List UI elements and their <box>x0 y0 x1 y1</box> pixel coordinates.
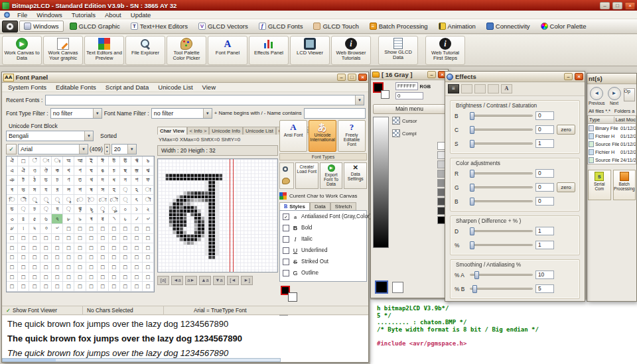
char-nav-button[interactable]: ▲a <box>199 276 211 285</box>
slider-track-s[interactable] <box>470 143 533 145</box>
fp-menu-unicode-list[interactable]: Unicode List <box>153 84 197 91</box>
char-cell[interactable]: □ <box>74 234 86 244</box>
work-canvas-your-graphic-button[interactable]: Work Canvas Your graphic <box>43 36 83 65</box>
slider-thumb[interactable] <box>470 227 474 235</box>
char-cell[interactable]: □ <box>63 224 74 234</box>
unicode-international-button[interactable]: あ Unicode International <box>309 120 336 152</box>
char-cell[interactable]: ে <box>74 195 86 205</box>
char-cell[interactable]: ৠ <box>74 205 86 215</box>
style-row-outline[interactable]: GOutline <box>280 267 366 278</box>
slider-value[interactable]: 0 <box>535 197 554 206</box>
style-tab-styles[interactable]: BStyles <box>279 202 310 210</box>
char-cell[interactable]: গ <box>74 166 86 176</box>
slider-track-b[interactable] <box>470 288 533 290</box>
char-cell[interactable]: ঞ <box>7 176 18 186</box>
lcd-viewer-button[interactable]: LCD Viewer <box>290 36 330 65</box>
char-cell[interactable]: ় <box>40 205 52 215</box>
char-nav-button[interactable]: ◄a <box>171 276 183 285</box>
char-cell[interactable]: □ <box>29 234 40 244</box>
char-cell[interactable]: ৭ <box>52 214 63 224</box>
name-filter-input[interactable] <box>304 108 366 119</box>
char-cell[interactable]: ই <box>86 156 98 166</box>
char-cell[interactable]: ্ <box>120 195 131 205</box>
char-cell[interactable]: □ <box>63 243 74 253</box>
char-cell[interactable]: □ <box>40 253 52 263</box>
tab-animation[interactable]: Animation <box>434 21 480 32</box>
slider-thumb[interactable] <box>470 140 474 148</box>
char-cell[interactable]: □ <box>120 282 131 292</box>
ansi-font-button[interactable]: A Ansi Font <box>279 120 307 152</box>
tab-glcd-vectors[interactable]: VGLCD Vectors <box>194 21 253 32</box>
char-cell[interactable]: □ <box>74 224 86 234</box>
open-button[interactable]: Op <box>624 88 636 101</box>
char-cell[interactable]: □ <box>40 243 52 253</box>
font-check-button[interactable]: ✓ <box>6 144 17 154</box>
char-cell[interactable]: ঃ <box>52 156 63 166</box>
char-cell[interactable]: □ <box>143 243 154 253</box>
char-cell[interactable]: □ <box>40 234 52 244</box>
tab-glcd-touch[interactable]: GLCD Touch <box>309 21 363 32</box>
char-cell[interactable]: □ <box>74 253 86 263</box>
char-cell[interactable]: র <box>52 186 63 196</box>
checkbox[interactable] <box>283 236 289 243</box>
char-cell[interactable]: □ <box>18 234 29 244</box>
char-cell[interactable]: □ <box>63 263 74 273</box>
code-area[interactable]: h bitmap2LCD V3.9b*/5 */......... : chat… <box>370 300 637 364</box>
char-cell[interactable]: □ <box>98 282 109 292</box>
chevron-down-icon[interactable]: ▼ <box>203 109 212 118</box>
char-cell[interactable]: □ <box>86 273 98 282</box>
char-cell[interactable]: ছ <box>120 166 131 176</box>
char-cell[interactable]: ঙ <box>98 166 109 176</box>
char-cell[interactable]: ব <box>7 186 18 196</box>
char-cell[interactable]: □ <box>98 253 109 263</box>
char-cell[interactable]: □ <box>29 282 40 292</box>
file-row[interactable]: Source File24/11/2 <box>588 156 636 164</box>
char-cell[interactable]: ৷ <box>18 224 29 234</box>
tab-glcd-graphic[interactable]: GLCD Graphic <box>65 21 125 32</box>
char-cell[interactable]: প <box>131 176 143 186</box>
char-cell[interactable]: □ <box>120 234 131 244</box>
char-cell[interactable]: ৸ <box>29 224 40 234</box>
char-tab-char-view[interactable]: Char View <box>157 127 187 135</box>
effects-titlebar[interactable]: Effects – × <box>445 72 585 82</box>
char-cell[interactable]: □ <box>98 243 109 253</box>
slider-track-b[interactable] <box>470 115 533 117</box>
checkbox[interactable] <box>283 225 289 231</box>
char-cell[interactable]: □ <box>98 273 109 282</box>
char-cell[interactable]: ৱ <box>98 214 109 224</box>
char-cell[interactable]: □ <box>109 243 120 253</box>
char-cell[interactable]: □ <box>98 234 109 244</box>
char-cell[interactable]: ঊ <box>120 156 131 166</box>
char-cell[interactable]: □ <box>109 273 120 282</box>
tab-connectivity[interactable]: Connectivity <box>482 21 535 32</box>
checkbox[interactable] <box>283 270 289 276</box>
char-cell[interactable]: □ <box>143 282 154 292</box>
char-cell[interactable]: □ <box>86 234 98 244</box>
fp-menu-view[interactable]: View <box>198 84 220 91</box>
char-cell[interactable]: ও <box>29 166 40 176</box>
char-cell[interactable]: ঠ <box>29 176 40 186</box>
slider-track-r[interactable] <box>470 172 533 174</box>
char-cell[interactable]: ৈ <box>86 195 98 205</box>
char-cell[interactable]: থ <box>86 176 98 186</box>
char-cell[interactable]: □ <box>52 243 63 253</box>
char-cell[interactable]: ন <box>120 176 131 186</box>
char-nav-button[interactable]: [a] <box>157 276 169 285</box>
slider-track-[interactable] <box>470 244 533 246</box>
char-cell[interactable]: ি <box>7 195 18 205</box>
char-cell[interactable]: □ <box>131 234 143 244</box>
char-cell[interactable]: □ <box>63 273 74 282</box>
font-size-combobox[interactable]: 20▼ <box>111 144 137 154</box>
fg-bg-color-picker[interactable] <box>373 82 393 102</box>
fp-menu-script-and-data[interactable]: Script and Data <box>101 84 153 91</box>
char-cell[interactable]: □ <box>40 273 52 282</box>
char-cell[interactable]: ঐ <box>7 156 18 166</box>
app-titlebar[interactable]: Bitmap2LCD - Standard Edition V3.9b - SN… <box>0 0 637 11</box>
menu-about[interactable]: About <box>100 11 126 19</box>
tab-text-hex-editors[interactable]: TText+Hex Editors <box>126 21 192 32</box>
char-cell[interactable]: া <box>143 186 154 196</box>
char-cell[interactable]: ৲ <box>109 214 120 224</box>
export-font-button[interactable]: ▶ Export Font To Data <box>320 162 343 189</box>
char-tab-unicode-info[interactable]: Unicode Info <box>209 127 243 135</box>
unicode-block-combobox[interactable]: Bengali▼ <box>6 131 94 141</box>
